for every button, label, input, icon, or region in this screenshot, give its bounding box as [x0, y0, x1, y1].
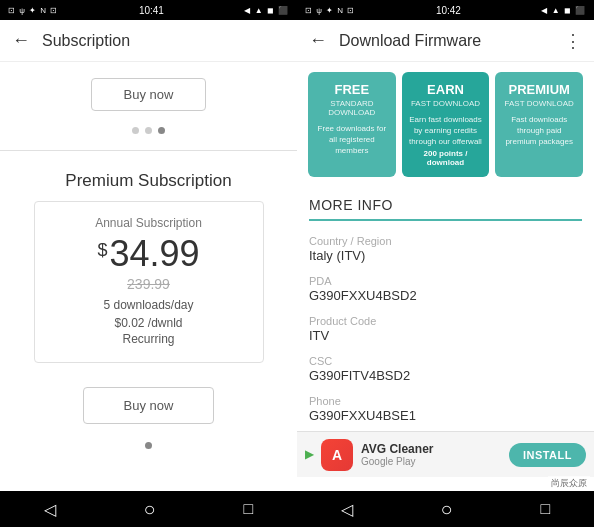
nav-recents-button-right[interactable]: □	[540, 500, 550, 518]
more-info-header: MORE INFO	[297, 187, 594, 219]
status-time-left: 10:41	[139, 5, 164, 16]
country-region-value: Italy (ITV)	[309, 248, 582, 263]
earn-tier-card[interactable]: EARN Fast Download Earn fast downloads b…	[402, 72, 490, 177]
earn-tier-desc: Earn fast downloads by earning credits t…	[408, 114, 484, 148]
buy-now-top-button[interactable]: Buy now	[91, 78, 207, 111]
earn-tier-subtitle: Fast Download	[408, 99, 484, 108]
more-options-button[interactable]: ⋮	[564, 30, 582, 52]
pda-value: G390FXXU4BSD2	[309, 288, 582, 303]
free-tier-title: FREE	[314, 82, 390, 98]
status-left-icons: ⊡ ψ ✦ N ⊡	[8, 6, 58, 15]
tier-cards-container: FREE Standard Download Free downloads fo…	[297, 62, 594, 187]
earn-tier-title: EARN	[408, 82, 484, 98]
product-code-label: Product Code	[309, 315, 582, 327]
status-time-right: 10:42	[436, 5, 461, 16]
phone-value: G390FXXU4BSE1	[309, 408, 582, 423]
premium-tier-subtitle: Fast Download	[501, 99, 577, 108]
left-content: Buy now Premium Subscription Annual Subs…	[0, 62, 297, 491]
phone-label: Phone	[309, 395, 582, 407]
back-button-left[interactable]: ←	[12, 30, 30, 51]
main-price: 34.99	[109, 236, 199, 272]
premium-tier-desc: Fast downloads through paid premium pack…	[501, 114, 577, 148]
earn-tier-points: 200 points / download	[408, 149, 484, 167]
ad-text: AVG Cleaner Google Play	[361, 442, 501, 467]
country-region-label: Country / Region	[309, 235, 582, 247]
ad-app-subtitle: Google Play	[361, 456, 501, 467]
dot-1	[132, 127, 139, 134]
nav-recents-button[interactable]: □	[243, 500, 253, 518]
csc-row: CSC G390FITV4BSD2	[297, 351, 594, 391]
dollar-sign: $	[97, 240, 107, 261]
teal-divider	[309, 219, 582, 221]
ad-app-title: AVG Cleaner	[361, 442, 501, 456]
dot-3	[158, 127, 165, 134]
old-price: 239.99	[55, 276, 243, 292]
ad-app-icon: A	[321, 439, 353, 471]
product-code-value: ITV	[309, 328, 582, 343]
phone-row: Phone G390FXXU4BSE1	[297, 391, 594, 431]
nav-home-button-right[interactable]: ○	[441, 498, 453, 521]
status-bar-left: ⊡ ψ ✦ N ⊡ 10:41 ◀ ▲ ◼ ⬛	[0, 0, 297, 20]
free-tier-card[interactable]: FREE Standard Download Free downloads fo…	[308, 72, 396, 177]
nav-back-button[interactable]: ◁	[44, 500, 56, 519]
status-left-icons-right: ⊡ ψ ✦ N ⊡	[305, 6, 355, 15]
divider	[0, 150, 297, 151]
left-panel: ⊡ ψ ✦ N ⊡ 10:41 ◀ ▲ ◼ ⬛ ← Subscription B…	[0, 0, 297, 491]
watermark: 尚辰众原	[548, 476, 590, 491]
pda-label: PDA	[309, 275, 582, 287]
page-title-left: Subscription	[42, 32, 130, 50]
recurring-label: Recurring	[55, 332, 243, 346]
downloads-per-day: 5 downloads/day	[55, 298, 243, 312]
status-right-icons-right: ◀ ▲ ◼ ⬛	[541, 6, 586, 15]
premium-tier-card[interactable]: PREMIUM Fast Download Fast downloads thr…	[495, 72, 583, 177]
ad-arrow-icon: ▶	[305, 448, 313, 461]
nav-back-button-right[interactable]: ◁	[341, 500, 353, 519]
price-per-download: $0.02 /dwnld	[55, 316, 243, 330]
bottom-dot	[145, 442, 152, 449]
bottom-nav: ◁ ○ □ ◁ ○ □	[0, 491, 594, 527]
install-button[interactable]: INSTALL	[509, 443, 586, 467]
csc-value: G390FITV4BSD2	[309, 368, 582, 383]
status-bar-right: ⊡ ψ ✦ N ⊡ 10:42 ◀ ▲ ◼ ⬛	[297, 0, 594, 20]
back-button-right[interactable]: ←	[309, 30, 327, 51]
ad-bar: ▶ A AVG Cleaner Google Play INSTALL	[297, 431, 594, 477]
page-dots	[132, 127, 165, 134]
status-right-icons-left: ◀ ▲ ◼ ⬛	[244, 6, 289, 15]
product-code-row: Product Code ITV	[297, 311, 594, 351]
buy-now-bottom-button[interactable]: Buy now	[83, 387, 215, 424]
dot-2	[145, 127, 152, 134]
subscription-card: Annual Subscription $ 34.99 239.99 5 dow…	[34, 201, 264, 363]
free-tier-desc: Free downloads for all registered member…	[314, 123, 390, 157]
country-region-row: Country / Region Italy (ITV)	[297, 231, 594, 271]
annual-label: Annual Subscription	[55, 216, 243, 230]
pda-row: PDA G390FXXU4BSD2	[297, 271, 594, 311]
nav-home-button[interactable]: ○	[144, 498, 156, 521]
premium-tier-title: PREMIUM	[501, 82, 577, 98]
csc-label: CSC	[309, 355, 582, 367]
free-tier-subtitle: Standard Download	[314, 99, 390, 117]
top-bar-left: ← Subscription	[0, 20, 297, 62]
premium-subscription-title: Premium Subscription	[65, 171, 231, 191]
right-panel: ⊡ ψ ✦ N ⊡ 10:42 ◀ ▲ ◼ ⬛ ← Download Firmw…	[297, 0, 594, 491]
page-title-right: Download Firmware	[339, 32, 552, 50]
price-row: $ 34.99	[55, 236, 243, 272]
right-content: FREE Standard Download Free downloads fo…	[297, 62, 594, 491]
top-bar-right: ← Download Firmware ⋮	[297, 20, 594, 62]
